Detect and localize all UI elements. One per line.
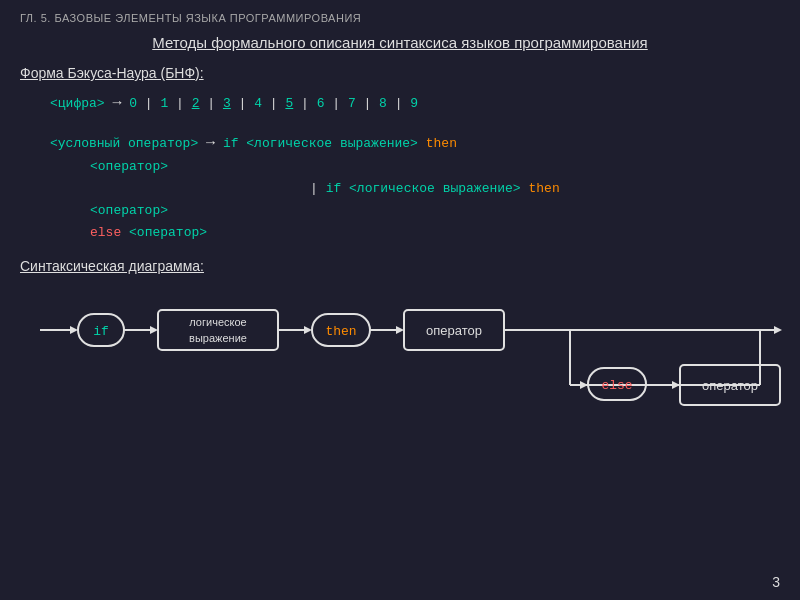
log-expr-label2: выражение [189,332,247,344]
diagram-title: Синтаксическая диаграмма: [20,258,780,274]
cond-line3: | if <логическое выражение> then [50,178,780,200]
chapter-title: Гл. 5. БАЗОВЫЕ ЭЛЕМЕНТЫ ЯЗЫКА ПРОГРАММИР… [20,12,780,24]
cond-line5: else <оператор> [90,222,780,244]
page: Гл. 5. БАЗОВЫЕ ЭЛЕМЕНТЫ ЯЗЫКА ПРОГРАММИР… [0,0,800,600]
svg-marker-14 [672,381,680,389]
svg-marker-10 [774,326,782,334]
svg-marker-4 [304,326,312,334]
operator-label-top: оператор [426,323,482,338]
digit-definition: <цифра> → 0 | 1 | 2 | 3 | 4 | 5 | 6 | 7 … [50,91,780,117]
arrow-icon [70,326,78,334]
svg-marker-6 [396,326,404,334]
diagram-container: if логическое выражение then [30,290,790,420]
cond-line2: <оператор> [90,156,780,178]
then-label: then [325,324,356,339]
cond-line4: <оператор> [90,200,780,222]
cond-line1: <условный оператор> → if <логическое выр… [50,131,780,157]
syntax-diagram: if логическое выражение then [30,290,790,420]
section-title: Методы формального описания синтаксиса я… [20,34,780,51]
operator-label-bottom: оператор [702,378,758,393]
digit-line: <цифра> → 0 | 1 | 2 | 3 | 4 | 5 | 6 | 7 … [50,96,418,111]
svg-marker-2 [150,326,158,334]
cond-definition: <условный оператор> → if <логическое выр… [50,131,780,245]
svg-marker-16 [580,381,588,389]
diagram-section: Синтаксическая диаграмма: if логическое … [20,258,780,420]
if-label: if [93,324,109,339]
log-expr-label1: логическое [189,316,246,328]
page-number: 3 [772,574,780,590]
else-label: else [601,378,632,393]
bnf-title: Форма Бэкуса-Наура (БНФ): [20,65,780,81]
